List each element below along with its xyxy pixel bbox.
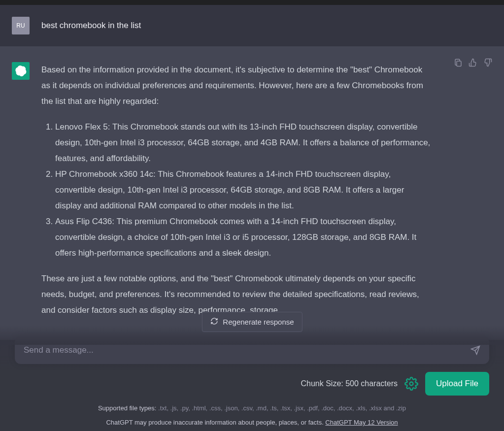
upload-row: Chunk Size: 500 characters Upload File bbox=[15, 372, 489, 396]
gear-icon[interactable] bbox=[404, 377, 418, 391]
regenerate-label: Regenerate response bbox=[223, 318, 294, 326]
message-input[interactable] bbox=[24, 345, 462, 355]
message-actions bbox=[454, 58, 492, 67]
disclaimer-text: ChatGPT may produce inaccurate informati… bbox=[106, 419, 325, 426]
version-link[interactable]: ChatGPT May 12 Version bbox=[325, 419, 398, 426]
assistant-intro: Based on the information provided in the… bbox=[41, 62, 431, 109]
list-item: Asus Flip C436: This premium Chromebook … bbox=[55, 214, 431, 261]
user-message-row: RU best chromebook in the list bbox=[0, 5, 504, 46]
svg-point-1 bbox=[410, 382, 413, 386]
user-message-text: best chromebook in the list bbox=[41, 17, 141, 33]
user-avatar-initials: RU bbox=[16, 22, 25, 29]
thumbs-down-icon[interactable] bbox=[483, 58, 492, 67]
copy-icon[interactable] bbox=[454, 58, 463, 67]
chunk-size-label: Chunk Size: 500 characters bbox=[301, 379, 398, 388]
send-icon[interactable] bbox=[470, 345, 480, 355]
message-input-container[interactable] bbox=[15, 336, 489, 364]
svg-rect-0 bbox=[457, 61, 461, 66]
bottom-area: Chunk Size: 500 characters Upload File S… bbox=[0, 336, 504, 431]
disclaimer: ChatGPT may produce inaccurate informati… bbox=[15, 419, 489, 426]
regenerate-button[interactable]: Regenerate response bbox=[202, 312, 302, 332]
list-item: Lenovo Flex 5: This Chromebook stands ou… bbox=[55, 119, 431, 166]
supported-label: Supported file types: bbox=[98, 404, 158, 412]
refresh-icon bbox=[210, 317, 218, 327]
assistant-message-row: Based on the information provided in the… bbox=[0, 46, 504, 340]
list-item: HP Chromebook x360 14c: This Chromebook … bbox=[55, 166, 431, 214]
assistant-avatar bbox=[12, 62, 30, 80]
top-bar bbox=[0, 0, 504, 5]
assistant-outro: These are just a few notable options, an… bbox=[41, 271, 431, 318]
upload-file-button[interactable]: Upload File bbox=[425, 372, 489, 396]
assistant-list: Lenovo Flex 5: This Chromebook stands ou… bbox=[55, 119, 431, 261]
assistant-message-content: Based on the information provided in the… bbox=[41, 62, 431, 328]
thumbs-up-icon[interactable] bbox=[469, 58, 477, 67]
user-avatar: RU bbox=[12, 17, 30, 34]
supported-types-list: .txt, .js, .py, .html, .css, .json, .csv… bbox=[158, 404, 406, 412]
supported-file-types: Supported file types: .txt, .js, .py, .h… bbox=[15, 404, 489, 412]
